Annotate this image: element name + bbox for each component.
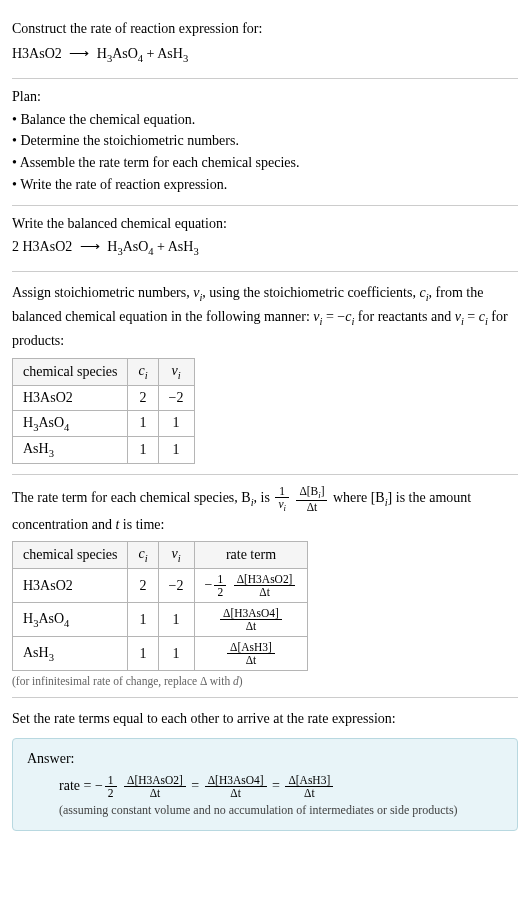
balanced-label: Write the balanced chemical equation: <box>12 216 518 232</box>
rate-term-table: chemical species ci νi rate term H3AsO2 … <box>12 541 308 671</box>
rate-term-caption: (for infinitesimal rate of change, repla… <box>12 675 518 687</box>
th-c: ci <box>128 358 158 385</box>
table-header-row: chemical species ci νi rate term <box>13 542 308 569</box>
cell-nu: 1 <box>158 437 194 464</box>
fraction: Δ[Bi]Δt <box>296 485 327 513</box>
rate-term-intro: The rate term for each chemical species,… <box>12 485 518 535</box>
rate-term-section: The rate term for each chemical species,… <box>12 475 518 698</box>
cell-rate: Δ[AsH3]Δt <box>194 637 308 671</box>
answer-note: (assuming constant volume and no accumul… <box>27 803 503 818</box>
cell-c: 1 <box>128 637 158 671</box>
fraction: 1νi <box>275 485 288 513</box>
answer-box: Answer: rate = −12 Δ[H3AsO2]Δt = Δ[H3AsO… <box>12 738 518 831</box>
cell-nu: 1 <box>158 637 194 671</box>
stoich-table: chemical species ci νi H3AsO2 2 −2 H3AsO… <box>12 358 195 464</box>
cell-c: 1 <box>128 410 158 437</box>
th-rate: rate term <box>194 542 308 569</box>
table-row: AsH3 1 1 Δ[AsH3]Δt <box>13 637 308 671</box>
cell-species: H3AsO4 <box>13 603 128 637</box>
stoich-intro: Assign stoichiometric numbers, νi, using… <box>12 282 518 352</box>
stoich-section: Assign stoichiometric numbers, νi, using… <box>12 272 518 475</box>
cell-c: 2 <box>128 385 158 410</box>
table-row: H3AsO4 1 1 <box>13 410 195 437</box>
final-section: Set the rate terms equal to each other t… <box>12 698 518 841</box>
plan-label: Plan: <box>12 89 518 105</box>
cell-c: 2 <box>128 569 158 603</box>
prompt-rhs: H3AsO4 + AsH3 <box>97 46 188 61</box>
prompt-equation: H3AsO2 ⟶ H3AsO4 + AsH3 <box>12 43 518 68</box>
th-nu: νi <box>158 542 194 569</box>
prompt-line1: Construct the rate of reaction expressio… <box>12 18 518 39</box>
cell-c: 1 <box>128 603 158 637</box>
cell-species: AsH3 <box>13 637 128 671</box>
table-row: H3AsO2 2 −2 <box>13 385 195 410</box>
cell-nu: 1 <box>158 603 194 637</box>
plan-item: Balance the chemical equation. <box>12 109 518 131</box>
cell-species: AsH3 <box>13 437 128 464</box>
balanced-equation: 2 H3AsO2 ⟶ H3AsO4 + AsH3 <box>12 236 518 261</box>
arrow-icon: ⟶ <box>80 236 100 258</box>
plan-section: Plan: Balance the chemical equation. Det… <box>12 79 518 207</box>
cell-rate: Δ[H3AsO4]Δt <box>194 603 308 637</box>
plan-item: Determine the stoichiometric numbers. <box>12 130 518 152</box>
table-row: H3AsO2 2 −2 −12 Δ[H3AsO2]Δt <box>13 569 308 603</box>
cell-nu: −2 <box>158 569 194 603</box>
th-species: chemical species <box>13 358 128 385</box>
th-c: ci <box>128 542 158 569</box>
cell-rate: −12 Δ[H3AsO2]Δt <box>194 569 308 603</box>
prompt-section: Construct the rate of reaction expressio… <box>12 8 518 79</box>
plan-item: Write the rate of reaction expression. <box>12 174 518 196</box>
answer-label: Answer: <box>27 751 503 767</box>
cell-species: H3AsO2 <box>13 569 128 603</box>
balanced-section: Write the balanced chemical equation: 2 … <box>12 206 518 272</box>
answer-equation: rate = −12 Δ[H3AsO2]Δt = Δ[H3AsO4]Δt = Δ… <box>27 773 503 799</box>
plan-item: Assemble the rate term for each chemical… <box>12 152 518 174</box>
th-species: chemical species <box>13 542 128 569</box>
cell-c: 1 <box>128 437 158 464</box>
cell-species: H3AsO2 <box>13 385 128 410</box>
table-header-row: chemical species ci νi <box>13 358 195 385</box>
table-row: AsH3 1 1 <box>13 437 195 464</box>
arrow-icon: ⟶ <box>69 43 89 65</box>
cell-nu: −2 <box>158 385 194 410</box>
cell-nu: 1 <box>158 410 194 437</box>
th-nu: νi <box>158 358 194 385</box>
final-intro: Set the rate terms equal to each other t… <box>12 708 518 730</box>
prompt-lhs: H3AsO2 <box>12 46 62 61</box>
table-row: H3AsO4 1 1 Δ[H3AsO4]Δt <box>13 603 308 637</box>
cell-species: H3AsO4 <box>13 410 128 437</box>
plan-list: Balance the chemical equation. Determine… <box>12 109 518 196</box>
